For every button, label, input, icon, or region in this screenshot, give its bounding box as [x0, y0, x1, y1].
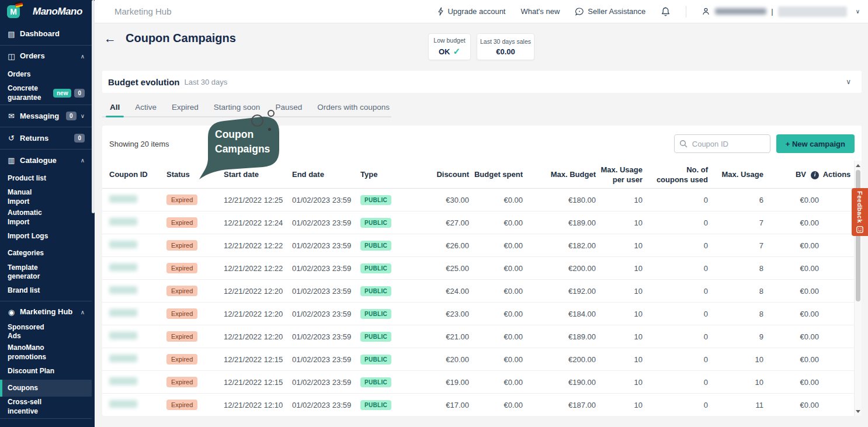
sidebar-item-concrete-guarantee[interactable]: Concrete guaranteenew0 [0, 83, 92, 103]
sidebar-scrollbar[interactable] [92, 0, 95, 427]
budget-evolution-panel[interactable]: Budget evolution Last 30 days ∨ [102, 71, 862, 93]
sidebar-item-manual-import[interactable]: Manual Import [0, 187, 92, 207]
cell-start-date: 12/21/2022 12:24 [224, 218, 292, 227]
chevron-up-icon: ∧ [81, 309, 85, 315]
cell-max-budget: €184.00 [523, 310, 596, 318]
sidebar-scroll-thumb[interactable] [92, 0, 95, 213]
sidebar-item-categories[interactable]: Categories [0, 245, 92, 262]
search-input[interactable] [674, 134, 770, 153]
sidebar-item-import-logs[interactable]: Import Logs [0, 228, 92, 245]
sidebar-item-messaging[interactable]: ✉Messaging0∨ [0, 106, 92, 126]
scroll-down-arrow[interactable] [855, 408, 862, 415]
cell-max-usage: 11 [708, 401, 763, 409]
account-menu[interactable]: | ∨ [702, 6, 860, 17]
column-header-coupons-used: No. of coupons used [643, 165, 708, 185]
sidebar-item-label: Import Logs [8, 232, 54, 241]
cell-max-usage-per-user: 10 [596, 218, 643, 227]
sidebar-item-cross-sell-incentive[interactable]: Cross-sell incentive [0, 397, 92, 417]
cell-coupon-id [109, 195, 166, 204]
whats-new-link[interactable]: What's new [520, 7, 560, 16]
campaigns-table-card: Showing 20 items + New campaign Coupon I… [102, 126, 862, 416]
search-icon [679, 140, 688, 148]
sidebar-item-label: Cross-sell incentive [8, 398, 54, 416]
sidebar-item-automatic-import[interactable]: Automatic Import [0, 207, 92, 228]
messaging-icon: ✉ [6, 112, 16, 120]
cell-max-usage: 10 [708, 378, 763, 387]
tab-orders-with-coupons[interactable]: Orders with coupons [310, 100, 397, 116]
tab-starting-soon[interactable]: Starting soon [206, 100, 268, 116]
table-row[interactable]: Expired12/21/2022 12:2201/02/2023 23:59P… [102, 234, 862, 257]
new-campaign-button[interactable]: + New campaign [776, 134, 855, 153]
table-row[interactable]: Expired12/21/2022 12:2201/02/2023 23:59P… [102, 257, 862, 280]
cell-max-budget: €190.00 [523, 378, 596, 387]
sidebar-item-sponsored-ads[interactable]: Sponsored Ads [0, 322, 92, 342]
seller-assistance-link[interactable]: Seller Assistance [575, 7, 645, 16]
cell-coupon-id [109, 263, 166, 273]
sidebar-item-coupons[interactable]: Coupons [0, 380, 92, 397]
sidebar-item-marketing-hub[interactable]: ◉Marketing Hub∧ [0, 303, 92, 322]
sidebar-item-administrative[interactable]: ▦Administrative∨ [0, 420, 92, 427]
cell-max-usage-per-user: 10 [596, 310, 643, 318]
chevron-up-icon: ∧ [81, 157, 85, 164]
scroll-up-arrow[interactable] [855, 162, 862, 169]
cell-budget-spent: €0.00 [469, 264, 523, 273]
sidebar-item-catalogue[interactable]: ▥Catalogue∧ [0, 151, 92, 170]
info-icon[interactable]: i [811, 171, 819, 179]
type-badge: PUBLIC [360, 263, 391, 273]
sidebar-item-dashboard[interactable]: ▤Dashboard [0, 25, 92, 44]
cursor-indicator [268, 128, 271, 131]
tab-all[interactable]: All [102, 100, 127, 116]
cell-bv: €0.00 [763, 401, 819, 409]
notification-bell-icon[interactable] [661, 6, 671, 17]
sidebar-item-manomano-promotions[interactable]: ManoMano promotions [0, 342, 92, 363]
cell-status: Expired [166, 400, 224, 410]
cell-start-date: 12/21/2022 12:20 [224, 332, 292, 341]
sidebar-item-product-list[interactable]: Product list [0, 170, 92, 187]
german-flag-icon [15, 1, 23, 8]
sidebar-item-discount-plan[interactable]: Discount Plan [0, 363, 92, 380]
upgrade-account-link[interactable]: Upgrade account [438, 7, 505, 16]
table-row[interactable]: Expired12/21/2022 12:2001/02/2023 23:59P… [102, 280, 862, 303]
returns-icon: ↺ [6, 134, 16, 143]
back-button[interactable]: ← [104, 32, 116, 44]
chevron-down-icon: ∨ [81, 113, 85, 119]
cell-coupons-used: 0 [643, 378, 708, 387]
new-badge: new [53, 89, 71, 98]
cell-type: PUBLIC [360, 286, 399, 296]
cell-discount: €19.00 [399, 378, 469, 387]
table-row[interactable]: Expired12/21/2022 12:2401/02/2023 23:59P… [102, 211, 862, 234]
sidebar-item-label: Returns [20, 134, 71, 143]
status-badge: Expired [166, 240, 197, 251]
table-row[interactable]: Expired12/21/2022 12:2001/02/2023 23:59P… [102, 325, 862, 348]
sidebar-item-returns[interactable]: ↺Returns0 [0, 129, 92, 148]
tab-expired[interactable]: Expired [164, 100, 206, 116]
cell-end-date: 01/02/2023 23:59 [292, 241, 360, 250]
cell-type: PUBLIC [360, 355, 399, 364]
feedback-tab[interactable]: Feedback [852, 188, 868, 236]
app-window: M ManoMano ▤Dashboard◫Orders∧OrdersConcr… [0, 0, 868, 427]
sidebar-item-orders[interactable]: Orders [0, 66, 92, 83]
tab-active[interactable]: Active [127, 100, 164, 116]
table-body: Expired12/21/2022 12:2501/02/2023 23:59P… [102, 189, 862, 416]
cell-max-budget: €200.00 [523, 264, 596, 273]
cell-end-date: 01/02/2023 23:59 [292, 355, 360, 364]
sidebar-item-brand-list[interactable]: Brand list [0, 283, 92, 300]
cell-start-date: 12/21/2022 12:20 [224, 287, 292, 296]
status-badge: Expired [166, 377, 197, 387]
sidebar-item-template-generator[interactable]: Template generator [0, 262, 92, 283]
cell-max-budget: €180.00 [523, 196, 596, 204]
table-row[interactable]: Expired12/21/2022 12:2501/02/2023 23:59P… [102, 189, 862, 211]
table-row[interactable]: Expired12/21/2022 12:1501/02/2023 23:59P… [102, 371, 862, 394]
cell-end-date: 01/02/2023 23:59 [292, 196, 360, 204]
dashboard-icon: ▤ [6, 30, 16, 39]
cell-type: PUBLIC [360, 332, 399, 342]
cell-end-date: 01/02/2023 23:59 [292, 378, 360, 387]
cell-end-date: 01/02/2023 23:59 [292, 287, 360, 296]
table-row[interactable]: Expired12/21/2022 12:1001/02/2023 23:59P… [102, 394, 862, 416]
orders-icon: ◫ [6, 52, 16, 61]
brand-logo[interactable]: M ManoMano [0, 0, 95, 23]
sidebar-item-orders[interactable]: ◫Orders∧ [0, 47, 92, 66]
table-row[interactable]: Expired12/21/2022 12:2001/02/2023 23:59P… [102, 303, 862, 325]
chevron-down-icon[interactable]: ∨ [846, 78, 851, 86]
table-row[interactable]: Expired12/21/2022 12:1501/02/2023 23:59P… [102, 348, 862, 371]
